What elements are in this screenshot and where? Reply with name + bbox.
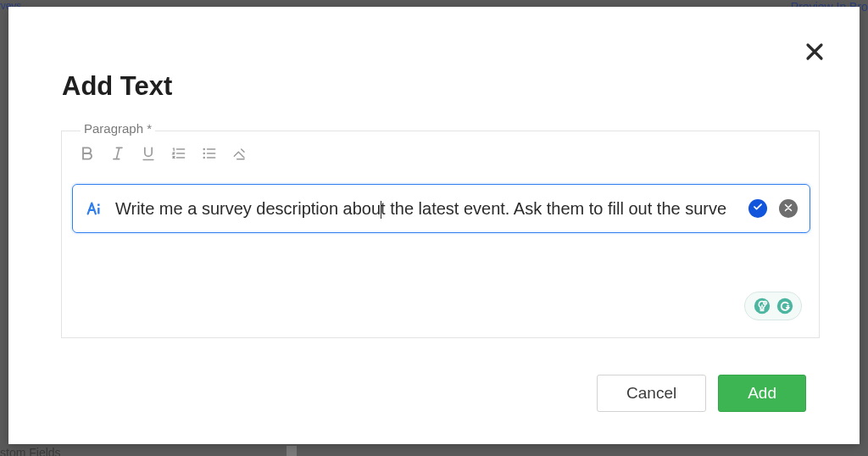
x-icon bbox=[783, 201, 793, 216]
svg-point-2 bbox=[203, 157, 206, 159]
svg-rect-4 bbox=[97, 208, 99, 214]
formatting-toolbar bbox=[77, 145, 250, 165]
clear-format-button[interactable] bbox=[230, 145, 250, 165]
italic-icon bbox=[109, 145, 126, 165]
close-button[interactable] bbox=[802, 41, 827, 66]
lightbulb-icon bbox=[753, 297, 771, 315]
close-icon bbox=[804, 42, 825, 65]
ai-prompt-row bbox=[72, 184, 810, 233]
grammarly-icon bbox=[776, 297, 794, 315]
ai-prompt-text-wrap bbox=[115, 199, 737, 219]
clear-format-icon bbox=[231, 145, 248, 165]
text-caret bbox=[381, 201, 381, 219]
ai-clear-button[interactable] bbox=[779, 199, 798, 218]
svg-rect-3 bbox=[97, 204, 99, 206]
add-button[interactable]: Add bbox=[718, 375, 806, 412]
bg-text-bottom: stom Fields bbox=[0, 446, 61, 456]
ai-confirm-button[interactable] bbox=[748, 199, 767, 218]
cancel-button[interactable]: Cancel bbox=[597, 375, 706, 412]
ai-icon bbox=[85, 199, 103, 218]
ai-prompt-input[interactable] bbox=[115, 199, 737, 219]
bg-scrollbar-fragment bbox=[287, 446, 297, 456]
modal-backdrop: urveys Preview In Brow stom Fields Add T… bbox=[0, 0, 868, 456]
modal-title: Add Text bbox=[62, 71, 172, 102]
underline-button[interactable] bbox=[138, 145, 159, 165]
modal-footer: Cancel Add bbox=[597, 375, 806, 412]
svg-point-0 bbox=[203, 148, 206, 151]
svg-point-7 bbox=[776, 298, 792, 314]
unordered-list-icon bbox=[201, 145, 218, 165]
bold-icon bbox=[79, 145, 96, 165]
add-text-modal: Add Text Paragraph * bbox=[8, 7, 860, 444]
ordered-list-button[interactable] bbox=[169, 145, 189, 165]
paragraph-editor: Paragraph * bbox=[61, 131, 820, 338]
assistant-pill[interactable] bbox=[744, 292, 802, 320]
bold-button[interactable] bbox=[77, 145, 97, 165]
ordered-list-icon bbox=[170, 145, 187, 165]
svg-point-1 bbox=[203, 153, 206, 155]
underline-icon bbox=[140, 145, 157, 165]
italic-button[interactable] bbox=[108, 145, 128, 165]
field-label: Paragraph * bbox=[81, 121, 155, 136]
check-icon bbox=[752, 201, 764, 216]
unordered-list-button[interactable] bbox=[199, 145, 220, 165]
